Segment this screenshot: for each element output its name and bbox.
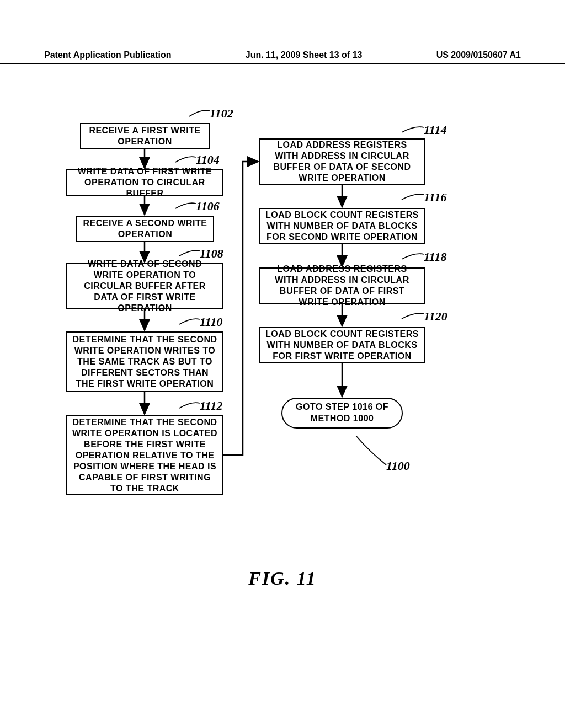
header-mid: Jun. 11, 2009 Sheet 13 of 13 (172, 47, 436, 63)
figure-label: FIG. 11 (0, 568, 565, 589)
page-header: Patent Application Publication Jun. 11, … (0, 47, 565, 64)
header-left: Patent Application Publication (44, 47, 172, 63)
flow-arrows (61, 108, 497, 538)
header-right: US 2009/0150607 A1 (436, 47, 521, 63)
flowchart: RECEIVE A FIRST WRITE OPERATION 1102 WRI… (61, 108, 497, 538)
